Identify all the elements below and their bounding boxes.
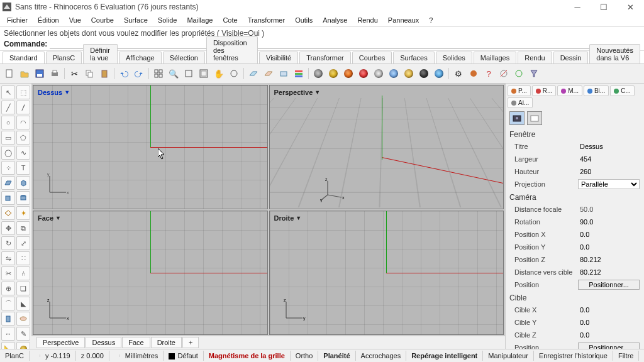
layers-icon[interactable] (292, 67, 306, 80)
filter-icon[interactable] (527, 67, 541, 80)
panel-tab-properties[interactable]: P... (508, 85, 531, 96)
prop-distcible[interactable] (578, 267, 643, 277)
copy-icon[interactable] (82, 67, 96, 80)
tab-new-v6[interactable]: Nouveautés dans la V6 (589, 44, 640, 63)
chamfer-icon[interactable]: ◣ (16, 297, 30, 310)
paste-icon[interactable] (97, 67, 111, 80)
tab-draw[interactable]: Dessin (553, 52, 589, 63)
tab-display[interactable]: Affichage (119, 52, 162, 63)
tab-curves[interactable]: Courbes (352, 52, 392, 63)
mirror-icon[interactable]: ⇋ (1, 251, 15, 265)
status-ortho[interactable]: Ortho (291, 351, 319, 361)
set-cplane-icon[interactable] (262, 67, 275, 80)
tab-selection[interactable]: Sélection (163, 52, 205, 63)
show-icon[interactable] (512, 67, 526, 80)
move-icon[interactable]: ✥ (1, 221, 15, 235)
annotation-icon[interactable]: ✎ (16, 327, 30, 341)
copy-tool-icon[interactable]: ⧉ (16, 221, 30, 235)
status-planar[interactable]: Planéité (318, 351, 355, 361)
viewport-top[interactable]: Dessus▼ x y (33, 85, 268, 209)
split-icon[interactable]: ⑃ (16, 266, 30, 280)
options-icon[interactable]: ⚙ (452, 67, 465, 80)
redo-icon[interactable] (132, 67, 146, 80)
status-layer[interactable]: Défaut (164, 351, 203, 361)
material-chrome-icon[interactable] (372, 67, 386, 80)
status-filter[interactable]: Filtre (613, 351, 639, 361)
pan-icon[interactable]: ✋ (212, 67, 226, 80)
grid-4view-icon[interactable] (152, 67, 165, 80)
fillet-icon[interactable]: ⌒ (1, 297, 15, 310)
dimension-icon[interactable]: ↔ (1, 327, 15, 341)
viewport-right[interactable]: Droite▼ y z (269, 211, 504, 335)
menu-view[interactable]: Vue (65, 15, 86, 25)
minimize-button[interactable]: ─ (566, 0, 589, 14)
status-gridsnap[interactable]: Magnétisme de la grille (204, 351, 291, 361)
close-button[interactable]: ✕ (619, 0, 641, 14)
new-icon[interactable] (3, 67, 16, 80)
mode-viewport-icon[interactable] (509, 111, 525, 125)
viewport-front[interactable]: Face▼ x z (33, 211, 268, 335)
array-icon[interactable]: ∷ (16, 251, 30, 265)
menu-tools[interactable]: Outils (291, 15, 317, 25)
vptab-top[interactable]: Dessus (86, 337, 121, 348)
curve-icon[interactable]: ∿ (16, 146, 30, 160)
trim-icon[interactable]: ✂ (1, 266, 15, 280)
box-icon[interactable] (1, 191, 15, 205)
text-icon[interactable]: T (16, 161, 30, 175)
surface-icon[interactable] (1, 176, 15, 190)
solid-icon[interactable] (16, 176, 30, 190)
tab-transform[interactable]: Transformer (299, 52, 351, 63)
menu-file[interactable]: Fichier (3, 15, 32, 25)
menu-transform[interactable]: Transformer (243, 15, 290, 25)
scale-icon[interactable]: ⤢ (16, 236, 30, 250)
polyline-icon[interactable]: 〳 (16, 101, 30, 114)
zoom-icon[interactable]: 🔍 (167, 67, 180, 80)
cylinder-icon[interactable] (16, 191, 30, 205)
tab-plansc[interactable]: PlansC (46, 52, 82, 63)
rotate-icon[interactable]: ↻ (1, 236, 15, 250)
panel-tab-layers[interactable]: C... (610, 85, 635, 96)
tab-surfaces[interactable]: Surfaces (393, 52, 434, 63)
menu-help[interactable]: ? (425, 15, 437, 25)
zoom-extents-icon[interactable] (182, 67, 196, 80)
vptab-front[interactable]: Face (122, 337, 150, 348)
panel-tab-help[interactable]: Ai... (508, 97, 533, 108)
prop-titre[interactable] (578, 141, 643, 151)
menu-solid[interactable]: Solide (153, 15, 182, 25)
tab-render[interactable]: Rendu (518, 52, 552, 63)
show-cplane-icon[interactable] (247, 67, 260, 80)
open-icon[interactable] (18, 67, 31, 80)
arc-icon[interactable]: ◠ (16, 116, 30, 129)
menu-panels[interactable]: Panneaux (384, 15, 424, 25)
menu-analyze[interactable]: Analyse (318, 15, 352, 25)
material-red-icon[interactable] (357, 67, 370, 80)
prop-rotation[interactable] (578, 217, 643, 227)
explode-icon[interactable]: ✶ (16, 206, 30, 220)
tab-meshes[interactable]: Maillages (474, 52, 516, 63)
material-dark-icon[interactable] (417, 67, 431, 80)
vptab-add[interactable]: + (182, 337, 199, 348)
panel-tab-materials[interactable]: M... (557, 85, 582, 96)
prop-ciblex[interactable] (578, 305, 643, 315)
polygon-icon[interactable]: ⬠ (16, 131, 30, 145)
panel-tab-render[interactable]: R... (532, 85, 557, 96)
group-icon[interactable]: ❏ (16, 282, 30, 295)
line-icon[interactable]: ╱ (1, 101, 15, 114)
status-history[interactable]: Enregistrer l'historique (534, 351, 613, 361)
status-units[interactable]: Millimètres (120, 351, 164, 361)
render-preview-icon[interactable] (326, 67, 340, 80)
material-glass-icon[interactable] (387, 67, 401, 80)
shade-icon[interactable] (311, 67, 325, 80)
menu-render[interactable]: Rendu (353, 15, 382, 25)
status-gumball[interactable]: Manipulateur (483, 351, 534, 361)
lasso-icon[interactable]: ⬚ (16, 85, 30, 99)
prop-largeur[interactable] (578, 154, 643, 164)
undo-icon[interactable] (117, 67, 131, 80)
circle-icon[interactable]: ○ (1, 116, 15, 129)
prop-cibley[interactable] (578, 317, 643, 327)
render-icon[interactable] (341, 67, 355, 80)
vptab-perspective[interactable]: Perspective (36, 337, 85, 348)
prop-projection[interactable]: Parallèle (578, 179, 640, 189)
viewport-perspective[interactable]: Perspective▼ x y z (269, 85, 504, 209)
zoom-extents-all-icon[interactable] (197, 67, 211, 80)
